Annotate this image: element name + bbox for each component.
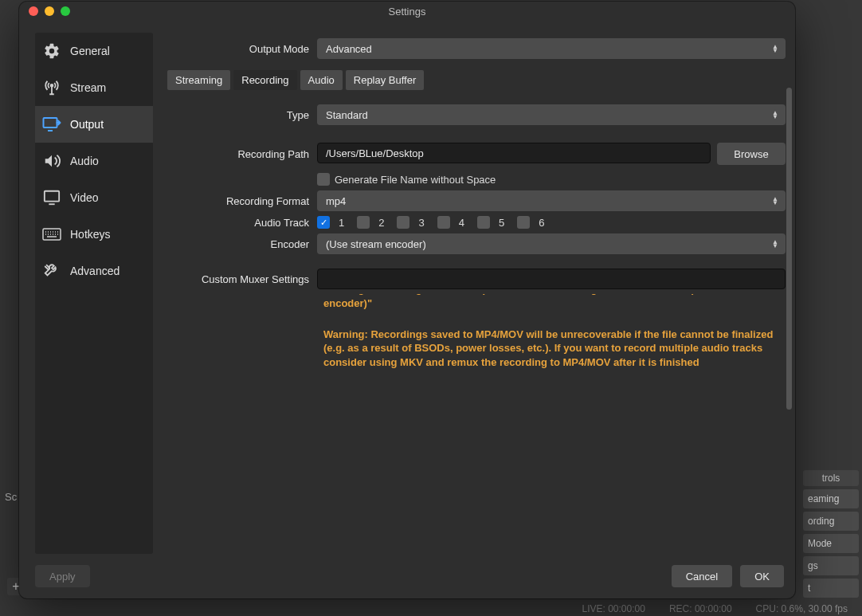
bg-sources-label: Sc [5,491,17,503]
encoder-value: (Use stream encoder) [326,238,426,250]
sidebar-item-audio[interactable]: Audio [35,143,153,179]
audio-track-6-label: 6 [539,217,544,229]
encoder-label: Encoder [167,238,317,250]
settings-window: Settings General Stream Output [19,2,795,598]
encoder-select[interactable]: (Use stream encoder) ▲▼ [317,233,786,254]
audio-track-5-label: 5 [499,217,504,229]
sidebar-item-output[interactable]: Output [35,106,153,143]
svg-rect-1 [44,118,57,128]
chevron-updown-icon: ▲▼ [772,197,778,205]
sidebar-item-label: Output [70,118,104,131]
bg-control-recording[interactable]: ording [803,512,859,531]
status-cpu: CPU: 0.6%, 30.00 fps [756,603,848,616]
sidebar-item-label: Stream [70,81,106,94]
output-mode-value: Advanced [326,43,372,55]
recording-format-value: mp4 [326,195,346,207]
warning-pause-text: Warning: Recordings cannot be paused if … [323,294,786,310]
sidebar-item-hotkeys[interactable]: Hotkeys [35,216,153,253]
tools-icon [41,261,62,281]
muxer-input[interactable] [317,269,786,289]
recording-path-label: Recording Path [167,148,317,160]
chevron-updown-icon: ▲▼ [772,111,778,119]
apply-button[interactable]: Apply [35,565,90,587]
muxer-label: Custom Muxer Settings [167,273,317,285]
audio-track-label: Audio Track [167,217,317,229]
gear-icon [41,41,62,61]
audio-track-4-checkbox[interactable] [437,216,450,229]
audio-track-group: 1 2 3 4 5 6 [317,216,786,229]
sidebar-item-label: General [70,45,110,57]
output-tabs: Streaming Recording Audio Replay Buffer [167,70,786,90]
tab-recording[interactable]: Recording [233,70,296,90]
audio-track-4-label: 4 [459,217,464,229]
titlebar[interactable]: Settings [19,2,795,21]
bg-control-streaming[interactable]: eaming [803,489,859,508]
chevron-updown-icon: ▲▼ [772,240,778,248]
audio-track-2-label: 2 [378,217,384,229]
content-scrollbar[interactable] [786,88,792,410]
recording-format-label: Recording Format [167,195,317,207]
type-select[interactable]: Standard ▲▼ [317,104,786,125]
window-close-button[interactable] [29,6,38,16]
browse-button[interactable]: Browse [717,143,786,165]
bg-controls-panel: trols eaming ording Mode gs t [803,470,859,598]
sidebar-item-video[interactable]: Video [35,179,153,216]
bg-control-exit[interactable]: t [803,579,859,598]
tab-streaming[interactable]: Streaming [167,70,230,90]
recording-format-select[interactable]: mp4 ▲▼ [317,190,786,211]
audio-track-5-checkbox[interactable] [477,216,490,229]
audio-track-3-label: 3 [418,217,424,229]
sidebar-item-label: Audio [70,155,99,167]
bg-control-settings[interactable]: gs [803,556,859,575]
tab-replay-buffer[interactable]: Replay Buffer [346,70,425,90]
status-live: LIVE: 00:00:00 [582,603,645,616]
ok-button[interactable]: OK [740,565,784,587]
sidebar-item-label: Advanced [70,265,120,277]
gen-filename-label: Generate File Name without Space [335,174,496,186]
sidebar-item-label: Video [70,191,99,204]
svg-rect-2 [45,191,59,202]
audio-track-1-checkbox[interactable] [317,216,330,229]
audio-track-3-checkbox[interactable] [397,216,409,229]
output-mode-select[interactable]: Advanced ▲▼ [317,38,786,59]
output-icon [41,114,62,135]
audio-track-1-label: 1 [339,217,344,229]
bg-control-mode[interactable]: Mode [803,534,859,553]
speaker-icon [41,151,62,171]
audio-track-2-checkbox[interactable] [357,216,370,229]
settings-sidebar: General Stream Output Audio [35,33,153,598]
type-label: Type [167,109,317,121]
antenna-icon [41,77,62,98]
sidebar-item-general[interactable]: General [35,33,153,69]
keyboard-icon [41,224,62,245]
settings-footer: Apply Cancel OK [19,557,795,598]
window-title: Settings [19,6,795,18]
tab-audio[interactable]: Audio [300,70,343,90]
output-mode-label: Output Mode [167,43,317,55]
recording-path-input[interactable] [317,143,711,163]
status-bar: LIVE: 00:00:00 REC: 00:00:00 CPU: 0.6%, … [0,602,862,616]
bg-controls-header: trols [803,470,859,486]
sidebar-item-stream[interactable]: Stream [35,69,153,106]
chevron-updown-icon: ▲▼ [772,45,778,53]
monitor-icon [41,187,62,208]
audio-track-6-checkbox[interactable] [517,216,530,229]
cancel-button[interactable]: Cancel [672,565,732,587]
settings-content: Output Mode Advanced ▲▼ Streaming Record… [153,21,795,598]
window-zoom-button[interactable] [61,6,70,16]
gen-filename-checkbox[interactable] [317,173,330,186]
sidebar-item-advanced[interactable]: Advanced [35,253,153,289]
status-rec: REC: 00:00:00 [669,603,732,616]
warning-mp4-text: . Warning: Recordings saved to MP4/MOV w… [319,313,786,379]
type-value: Standard [326,109,368,121]
window-minimize-button[interactable] [45,6,54,16]
sidebar-item-label: Hotkeys [70,228,111,241]
